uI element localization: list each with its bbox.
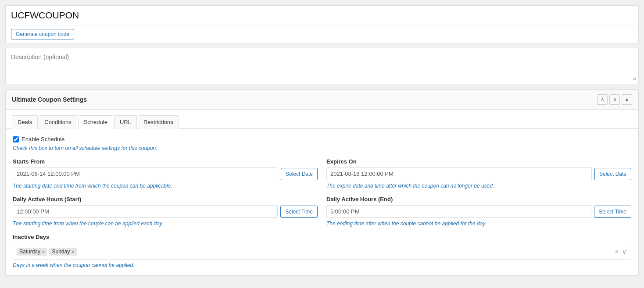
tab-deals[interactable]: Deals — [12, 115, 38, 129]
days-selector-controls: × ∨ — [614, 248, 627, 255]
expires-on-description: The expire date and time after which the… — [326, 183, 631, 189]
tab-schedule[interactable]: Schedule — [78, 115, 113, 129]
day-tag-sunday: Sunday × — [49, 248, 77, 256]
settings-header-controls: ∧ ∨ ▲ — [597, 94, 632, 105]
collapse-up-button[interactable]: ∧ — [597, 94, 608, 105]
expires-on-select-date-button[interactable]: Select Date — [594, 168, 631, 180]
starts-from-description: The starting date and time from which th… — [13, 183, 318, 189]
tab-url[interactable]: URL — [114, 115, 137, 129]
daily-start-row: Select Time — [13, 205, 318, 218]
days-dropdown-button[interactable]: ∨ — [621, 248, 627, 255]
starts-from-group: Starts From Select Date The starting dat… — [13, 158, 318, 189]
starts-from-row: Select Date — [13, 167, 318, 180]
description-textarea[interactable] — [7, 50, 637, 81]
daily-start-input[interactable] — [13, 205, 278, 218]
settings-panel: Ultimate Coupon Settings ∧ ∨ ▲ Deals Con… — [5, 89, 639, 276]
coupon-code-section: Generate coupon code — [5, 5, 639, 43]
day-tag-saturday-label: Saturday — [19, 249, 40, 255]
tab-restrictions[interactable]: Restrictions — [138, 115, 179, 129]
day-tag-sunday-label: Sunday — [52, 249, 70, 255]
expires-on-row: Select Date — [326, 167, 631, 180]
enable-schedule-description: Check this box to turn on all schedule s… — [13, 145, 631, 151]
collapse-down-button[interactable]: ∨ — [609, 94, 620, 105]
description-section — [5, 48, 639, 84]
inactive-days-description: Days in a week when the coupon cannot be… — [13, 262, 631, 268]
daily-end-select-time-button[interactable]: Select Time — [594, 206, 631, 218]
daily-start-description: The starting time from when the couple c… — [13, 220, 318, 227]
settings-header: Ultimate Coupon Settings ∧ ∨ ▲ — [6, 90, 638, 110]
daily-end-label: Daily Active Hours (End) — [326, 196, 631, 203]
days-clear-button[interactable]: × — [614, 248, 619, 255]
page-wrapper: Generate coupon code Ultimate Coupon Set… — [0, 0, 644, 288]
day-tag-saturday-remove[interactable]: × — [42, 249, 45, 254]
enable-schedule-checkbox[interactable] — [13, 136, 19, 142]
day-tag-sunday-remove[interactable]: × — [72, 249, 74, 254]
settings-panel-title: Ultimate Coupon Settings — [12, 96, 87, 103]
daily-end-row: Select Time — [326, 205, 631, 218]
starts-from-input[interactable] — [13, 167, 278, 180]
starts-from-label: Starts From — [13, 158, 318, 165]
tabs-row: Deals Conditions Schedule URL Restrictio… — [6, 110, 638, 129]
inactive-days-selector[interactable]: Saturday × Sunday × × ∨ — [13, 244, 631, 260]
daily-end-group: Daily Active Hours (End) Select Time The… — [326, 196, 631, 227]
coupon-code-input[interactable] — [11, 9, 633, 21]
expires-on-group: Expires On Select Date The expire date a… — [326, 158, 631, 189]
toggle-button[interactable]: ▲ — [622, 94, 632, 105]
daily-end-input[interactable] — [326, 205, 591, 218]
schedule-tab-content: Enable Schedule Check this box to turn o… — [6, 129, 638, 275]
daily-end-description: The ending time after when the couple ca… — [326, 220, 631, 227]
enable-schedule-label: Enable Schedule — [21, 136, 64, 142]
daily-start-label: Daily Active Hours (Start) — [13, 196, 318, 203]
expires-on-input[interactable] — [326, 167, 592, 180]
inactive-days-section: Inactive Days Saturday × Sunday × × — [13, 234, 631, 268]
tab-conditions[interactable]: Conditions — [39, 115, 77, 129]
daily-start-select-time-button[interactable]: Select Time — [280, 206, 318, 218]
starts-from-select-date-button[interactable]: Select Date — [281, 168, 318, 180]
generate-coupon-button[interactable]: Generate coupon code — [11, 29, 74, 39]
coupon-title-row — [6, 6, 638, 25]
generate-btn-row: Generate coupon code — [6, 25, 638, 43]
enable-schedule-row: Enable Schedule — [13, 136, 631, 142]
time-fields-grid: Daily Active Hours (Start) Select Time T… — [13, 196, 631, 227]
day-tag-saturday: Saturday × — [17, 248, 47, 256]
inactive-days-label: Inactive Days — [13, 234, 631, 240]
expires-on-label: Expires On — [326, 158, 631, 165]
days-selector-wrapper: Saturday × Sunday × × ∨ — [13, 244, 631, 260]
daily-start-group: Daily Active Hours (Start) Select Time T… — [13, 196, 318, 227]
date-fields-grid: Starts From Select Date The starting dat… — [13, 158, 631, 189]
